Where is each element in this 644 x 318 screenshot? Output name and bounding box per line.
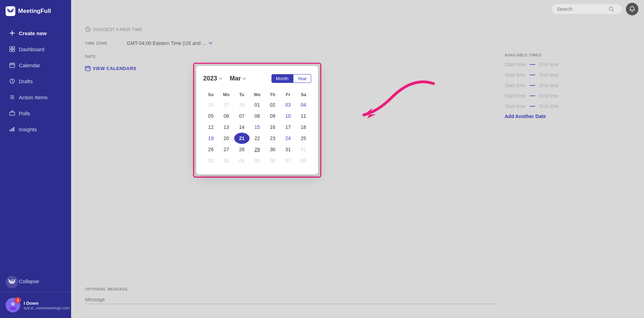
calendar-day[interactable]: 09 <box>265 110 280 122</box>
dash-1: — <box>530 61 535 68</box>
notification-badge: 3 <box>15 297 21 303</box>
calendar-day[interactable]: 30 <box>265 144 280 155</box>
calendar-day[interactable]: 06 <box>219 110 234 122</box>
user-name: I Down <box>24 301 69 306</box>
optional-message-label: OPTIONAL MESSAGE <box>85 287 498 291</box>
calendar-day[interactable]: 07 <box>234 110 250 122</box>
calendar-view-icon <box>85 65 91 71</box>
calendar-day[interactable]: 04 <box>234 155 250 166</box>
month-select[interactable]: Mar <box>230 75 246 82</box>
add-date-link[interactable]: Add Another Date <box>505 114 630 119</box>
app-logo[interactable]: MeetingFull <box>0 0 71 22</box>
calendar-day[interactable]: 16 <box>265 122 280 133</box>
suggest-row: SUGGEST A NEW TIME <box>85 26 630 32</box>
calendar-day[interactable]: 14 <box>234 122 250 133</box>
calendar-day[interactable]: 15 <box>250 122 265 133</box>
calendar-day[interactable]: 07 <box>280 155 296 166</box>
calendar-day[interactable]: 05 <box>250 155 265 166</box>
calendar-day[interactable]: 21 <box>234 133 250 144</box>
end-time-5[interactable]: End time <box>539 103 559 109</box>
calendar-day[interactable]: 02 <box>265 99 280 110</box>
year-view-btn[interactable]: Year <box>293 74 311 83</box>
calendar-day[interactable]: 08 <box>250 110 265 122</box>
calendar-day[interactable]: 17 <box>280 122 296 133</box>
svg-rect-19 <box>13 127 14 131</box>
search-input[interactable] <box>557 6 606 12</box>
calendar-day[interactable]: 23 <box>265 133 280 144</box>
search-bar[interactable] <box>552 4 622 14</box>
svg-point-22 <box>11 302 15 306</box>
start-time-1[interactable]: Start time <box>505 62 526 67</box>
start-time-3[interactable]: Start time <box>505 83 526 88</box>
sidebar-item-calendar[interactable]: Calendar <box>2 57 69 73</box>
calendar-header-row: Su Mo Tu We Th Fr Sa <box>203 90 311 99</box>
timezone-select[interactable]: GMT-04:00 Eastern Time (US and ... <box>124 39 216 47</box>
calendar-day[interactable]: 24 <box>280 133 296 144</box>
logo-icon <box>6 6 15 16</box>
end-time-4[interactable]: End time <box>539 93 559 99</box>
calendar-popup: 2023 Mar Month Year <box>196 66 318 174</box>
message-input[interactable] <box>85 295 498 304</box>
calendar-day[interactable]: 03 <box>219 155 234 166</box>
calendar-day[interactable]: 05 <box>203 110 219 122</box>
calendar-day[interactable]: 08 <box>296 155 311 166</box>
action-items-label: Action Items <box>19 94 48 100</box>
calendar-day[interactable]: 27 <box>219 99 234 110</box>
calendar-day[interactable]: 06 <box>265 155 280 166</box>
calendar-day[interactable]: 13 <box>219 122 234 133</box>
month-view-btn[interactable]: Month <box>271 74 293 83</box>
avatar-wrap: 3 <box>6 298 20 312</box>
end-time-1[interactable]: End time <box>539 62 559 67</box>
calendar-day[interactable]: 29 <box>250 144 265 155</box>
time-row-2: Start time — End time <box>505 72 630 78</box>
svg-line-24 <box>612 10 614 11</box>
calendar-day[interactable]: 22 <box>250 133 265 144</box>
calendar-day[interactable]: 04 <box>296 99 311 110</box>
sidebar-item-dashboard[interactable]: Dashboard <box>2 41 69 57</box>
sidebar-item-action-items[interactable]: Action Items <box>2 90 69 105</box>
svg-rect-6 <box>10 63 15 68</box>
sidebar-nav: Create new Dashboard <box>0 22 71 292</box>
user-profile[interactable]: 3 I Down syd.d...moonmeetings.com <box>6 298 66 312</box>
calendar-day[interactable]: 19 <box>203 133 219 144</box>
calendar-day[interactable]: 01 <box>250 99 265 110</box>
timezone-value: GMT-04:00 Eastern Time (US and ... <box>127 40 206 46</box>
calendar-day[interactable]: 25 <box>296 133 311 144</box>
sidebar-item-drafts[interactable]: Drafts <box>2 73 69 89</box>
calendar-day[interactable]: 26 <box>203 144 219 155</box>
start-time-5[interactable]: Start time <box>505 103 526 109</box>
calendar-day[interactable]: 28 <box>234 99 250 110</box>
view-calendars-link[interactable]: VIEW CALENDARS <box>85 65 136 71</box>
sidebar-item-create-new[interactable]: Create new <box>2 25 69 41</box>
svg-line-28 <box>88 29 89 30</box>
sidebar-item-insights[interactable]: Insights <box>2 122 69 137</box>
sidebar-item-polls[interactable]: Polls <box>2 106 69 121</box>
calendar-icon <box>9 62 15 68</box>
calendar-day[interactable]: 03 <box>280 99 296 110</box>
calendar-day[interactable]: 10 <box>280 110 296 122</box>
end-time-3[interactable]: End time <box>539 83 559 88</box>
calendar-day[interactable]: 31 <box>280 144 296 155</box>
plus-icon <box>9 30 15 36</box>
drafts-label: Drafts <box>19 78 33 84</box>
time-row-4: Start time — End time <box>505 93 630 99</box>
start-time-2[interactable]: Start time <box>505 72 526 78</box>
calendar-day[interactable]: 20 <box>219 133 234 144</box>
end-time-2[interactable]: End time <box>539 72 559 78</box>
suggest-label: SUGGEST A NEW TIME <box>93 27 143 32</box>
suggest-link[interactable]: SUGGEST A NEW TIME <box>85 26 143 32</box>
year-select[interactable]: 2023 <box>203 75 223 82</box>
calendar-day[interactable]: 18 <box>296 122 311 133</box>
notification-bell[interactable] <box>626 3 638 15</box>
calendar-day[interactable]: 01 <box>296 144 311 155</box>
timezone-label: TIME ZONE <box>85 41 120 45</box>
calendar-day[interactable]: 26 <box>203 99 219 110</box>
calendar-overlay: 2023 Mar Month Year <box>193 63 321 178</box>
calendar-day[interactable]: 12 <box>203 122 219 133</box>
calendar-day[interactable]: 02 <box>203 155 219 166</box>
calendar-day[interactable]: 28 <box>234 144 250 155</box>
calendar-day[interactable]: 11 <box>296 110 311 122</box>
calendar-day[interactable]: 27 <box>219 144 234 155</box>
start-time-4[interactable]: Start time <box>505 93 526 99</box>
timezone-row: TIME ZONE GMT-04:00 Eastern Time (US and… <box>85 39 630 47</box>
